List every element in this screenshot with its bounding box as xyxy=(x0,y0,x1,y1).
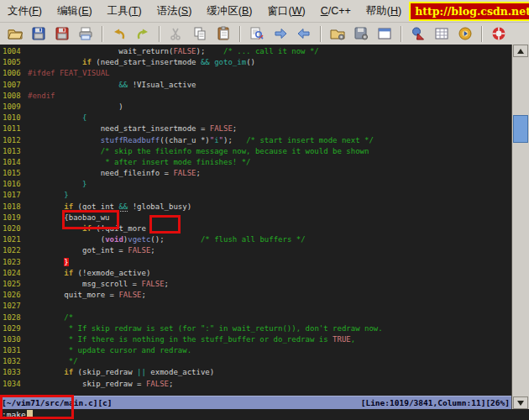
code-line: 1013 /* skip the fileinfo message now, b… xyxy=(0,146,511,157)
main-row: 1004 wait_return(FALSE); /* ... call it … xyxy=(0,45,529,409)
menu-item-tools[interactable]: 工具(T) xyxy=(100,3,149,20)
code-line: 1023 } xyxy=(0,257,511,268)
menu-bar: 文件(F)编辑(E)工具(T)语法(S)缓冲区(B)窗口(W)C/C++帮助(H… xyxy=(0,0,529,23)
code-lines: 1004 wait_return(FALSE); /* ... call it … xyxy=(0,46,511,390)
status-bar: [~/vim71/src/main.c][c] [Line:1019/3841,… xyxy=(0,396,511,409)
help-icon[interactable] xyxy=(490,24,508,43)
code-line: 1025 msg_scroll = FALSE; xyxy=(0,279,511,290)
toolbar-separator xyxy=(239,26,241,42)
status-file-path: [~/vim71/src/main.c][c] xyxy=(2,398,113,407)
menu-item-file[interactable]: 文件(F) xyxy=(0,3,50,20)
code-line: 1034 skip_redraw = FALSE; xyxy=(0,379,511,390)
open-file-icon[interactable] xyxy=(6,24,24,43)
new-window-icon[interactable] xyxy=(375,24,394,43)
toolbar-separator xyxy=(401,26,402,42)
code-line: 1027 xyxy=(0,301,511,312)
editor-column: 1004 wait_return(FALSE); /* ... call it … xyxy=(0,45,511,409)
code-line: 1031 * update cursor and redraw. xyxy=(0,345,511,356)
code-line: 1019 {baobao_wu xyxy=(0,213,511,223)
menu-item-buffers[interactable]: 缓冲区(B) xyxy=(199,3,259,20)
command-text: :make xyxy=(2,410,26,419)
code-line: 1022 got_int = FALSE; xyxy=(0,245,511,256)
code-line: 1011 need_start_insertmode = FALSE; xyxy=(0,123,511,134)
toolbar-separator xyxy=(102,26,103,42)
menu-item-edit[interactable]: 编辑(E) xyxy=(50,3,100,20)
build-tags-icon[interactable] xyxy=(456,24,474,43)
code-line: 1007 && !VIsual_active xyxy=(0,80,511,91)
redo-icon[interactable] xyxy=(134,24,152,43)
status-position: [Line:1019/3841,Column:11][26%] xyxy=(361,398,510,407)
find-next-icon[interactable] xyxy=(271,24,290,43)
table-icon[interactable] xyxy=(432,24,451,43)
menu-item-window[interactable]: 窗口(W) xyxy=(260,3,313,20)
menu-item-syntax[interactable]: 语法(S) xyxy=(149,3,200,20)
code-line: 1004 wait_return(FALSE); /* ... call it … xyxy=(0,46,511,57)
load-session-icon[interactable] xyxy=(328,24,347,43)
gvim-window: 文件(F)编辑(E)工具(T)语法(S)缓冲区(B)窗口(W)C/C++帮助(H… xyxy=(0,0,529,420)
code-line: 1018 if (got_int && !global_busy) xyxy=(0,202,511,213)
code-line: 1033 if (skip_redraw || exmode_active) xyxy=(0,367,511,378)
code-line: 1028 /* xyxy=(0,312,511,323)
code-line: 1006#ifdef FEAT_VISUAL xyxy=(0,68,511,79)
text-cursor xyxy=(27,410,33,419)
code-line: 1008#endif xyxy=(0,91,511,102)
toolbar-separator xyxy=(320,26,322,42)
code-line: 1010 { xyxy=(0,113,511,123)
print-icon[interactable] xyxy=(76,24,95,43)
menu-item-help[interactable]: 帮助(H) xyxy=(359,3,409,20)
blog-url-banner[interactable]: http://blog.csdn.net/wooin xyxy=(409,2,529,21)
code-line: 1024 if (!exmode_active) xyxy=(0,268,511,279)
code-line: 1014 * after insert mode finishes! */ xyxy=(0,157,511,168)
scrollbar-thumb[interactable] xyxy=(513,115,528,143)
code-line: 1032 */ xyxy=(0,356,511,367)
code-line: 1030 * If there is nothing in the stuff_… xyxy=(0,334,511,345)
code-line: 1017 } xyxy=(0,190,511,201)
cut-icon[interactable] xyxy=(167,24,186,43)
scroll-down-icon[interactable] xyxy=(513,396,528,409)
command-line[interactable]: :make xyxy=(0,409,529,420)
menu-item-c-cpp[interactable]: C/C++ xyxy=(313,3,359,18)
undo-icon[interactable] xyxy=(110,24,128,43)
toolbar xyxy=(0,23,529,45)
code-line: 1029 * If skip redraw is set (for ":" in… xyxy=(0,323,511,334)
code-line: 1009 ) xyxy=(0,102,511,113)
save-session-icon[interactable] xyxy=(352,24,370,43)
code-line: 1020 if (!quit_more xyxy=(0,223,511,234)
save-file-icon[interactable] xyxy=(29,24,48,43)
scrollbar[interactable] xyxy=(511,45,529,409)
code-editor[interactable]: 1004 wait_return(FALSE); /* ... call it … xyxy=(0,45,511,396)
find-prev-icon[interactable] xyxy=(295,24,313,43)
toolbar-separator xyxy=(159,26,160,42)
code-line: 1026 quit_more = FALSE; xyxy=(0,290,511,301)
code-line: 1015 need_fileinfo = FALSE; xyxy=(0,168,511,179)
scroll-up-icon[interactable] xyxy=(513,45,528,57)
find-replace-icon[interactable] xyxy=(248,24,266,43)
toolbar-separator xyxy=(481,26,483,42)
run-ctags-icon[interactable] xyxy=(409,24,427,43)
code-line: 1016 } xyxy=(0,179,511,190)
code-line: 1021 (void)vgetc(); /* flush all buffers… xyxy=(0,234,511,245)
copy-icon[interactable] xyxy=(191,24,209,43)
code-line: 1012 stuffReadbuff((char_u *)"i"); /* st… xyxy=(0,135,511,146)
code-line: 1005 if (need_start_insertmode && goto_i… xyxy=(0,57,511,68)
paste-icon[interactable] xyxy=(214,24,233,43)
save-all-icon[interactable] xyxy=(53,24,71,43)
